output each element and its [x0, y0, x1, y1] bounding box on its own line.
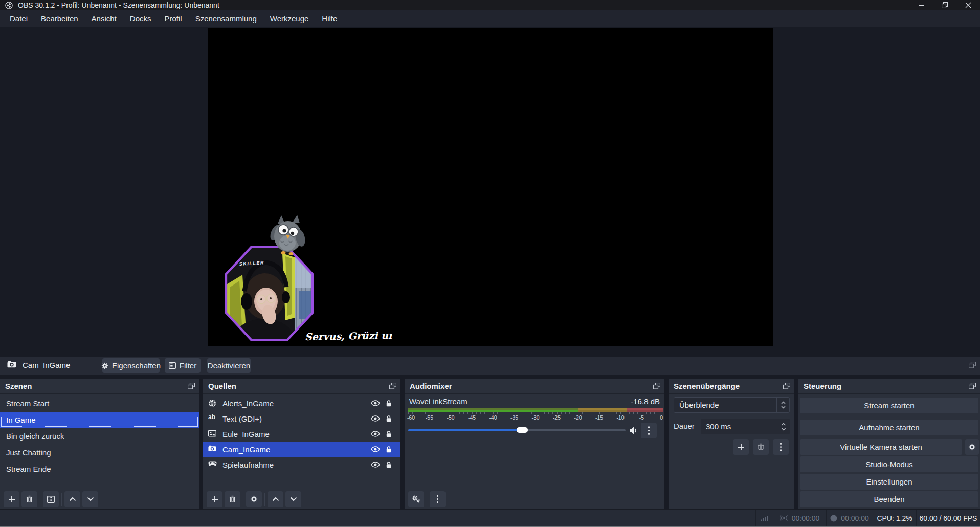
source-row[interactable]: Alerts_InGame	[203, 396, 400, 411]
source-toolbar: Cam_InGame Eigenschaften Filter Deaktivi…	[0, 357, 980, 375]
source-row[interactable]: Eule_InGame	[203, 426, 400, 442]
mixer-menu-button[interactable]	[430, 491, 446, 507]
kebab-menu-icon	[780, 443, 782, 451]
start-recording-button[interactable]: Aufnahme starten	[800, 420, 978, 435]
volume-slider[interactable]	[408, 429, 626, 431]
scene-row-selected[interactable]: In Game	[0, 412, 199, 428]
deactivate-button[interactable]: Deaktivieren	[207, 358, 251, 373]
scene-row[interactable]: Bin gleich zurück	[0, 428, 199, 444]
cpu-usage: CPU: 1.2%	[877, 514, 912, 522]
volume-slider-handle[interactable]	[517, 427, 528, 433]
add-scene-button[interactable]	[4, 491, 19, 507]
move-source-down-button[interactable]	[285, 491, 301, 507]
obs-logo-icon	[5, 2, 13, 9]
duration-spinbox[interactable]: 300 ms	[701, 419, 790, 434]
controls-title: Steuerung	[804, 382, 841, 390]
record-timer-cell: 00:00:00	[826, 510, 873, 526]
popup-icon[interactable]	[389, 383, 396, 389]
exit-button[interactable]: Beenden	[800, 491, 978, 507]
record-icon	[830, 515, 837, 522]
filter-button[interactable]: Filter	[165, 358, 201, 373]
studio-mode-button[interactable]: Studio-Modus	[800, 456, 978, 472]
workspace: SKILLER	[0, 27, 980, 357]
lock-icon[interactable]	[385, 415, 392, 423]
minimize-button[interactable]	[909, 0, 933, 10]
lock-icon[interactable]	[385, 446, 392, 453]
properties-button[interactable]: Eigenschaften	[102, 358, 160, 373]
menu-ansicht[interactable]: Ansicht	[85, 10, 123, 27]
scene-row[interactable]: Stream Start	[0, 396, 199, 411]
title-bar: OBS 30.1.2 - Profil: Unbenannt - Szenens…	[0, 0, 980, 10]
scene-filters-button[interactable]	[43, 491, 59, 507]
eye-icon[interactable]	[371, 462, 380, 468]
remove-source-button[interactable]	[225, 491, 240, 507]
add-source-button[interactable]	[207, 491, 222, 507]
meter-scale: -60 -55 -50 -45 -40 -35 -30 -25 -20 -15 …	[408, 414, 663, 421]
add-transition-button[interactable]	[733, 439, 749, 455]
spin-arrows-icon[interactable]	[777, 423, 790, 431]
transition-properties-button[interactable]	[773, 439, 789, 455]
menu-werkzeuge[interactable]: Werkzeuge	[263, 10, 316, 27]
menu-szenensammlung[interactable]: Szenensammlung	[189, 10, 263, 27]
preview-canvas[interactable]: SKILLER	[208, 28, 773, 346]
lock-icon[interactable]	[385, 430, 392, 438]
mixer-channel-menu-button[interactable]	[641, 423, 657, 438]
gear-icon	[101, 362, 108, 369]
browser-icon	[208, 399, 216, 407]
popup-icon[interactable]	[969, 383, 976, 389]
remove-transition-button[interactable]	[753, 439, 769, 455]
webcam-picture: SKILLER	[223, 244, 315, 345]
close-button[interactable]	[956, 0, 980, 10]
eye-icon[interactable]	[371, 446, 380, 452]
eye-icon[interactable]	[371, 400, 380, 406]
kebab-menu-icon	[648, 426, 650, 435]
game-capture-icon	[208, 460, 217, 467]
popup-icon[interactable]	[653, 383, 660, 389]
audio-mixer-panel: Audiomixer WaveLinkStream -16.8 dB -60	[405, 379, 664, 509]
source-row[interactable]: Spielaufnahme	[203, 457, 400, 473]
speaker-icon[interactable]	[629, 426, 639, 435]
popup-icon[interactable]	[783, 383, 790, 389]
kebab-menu-icon	[437, 495, 439, 503]
stream-time: 00:00:00	[792, 514, 820, 522]
lock-icon[interactable]	[385, 400, 392, 407]
restore-button[interactable]	[933, 0, 956, 10]
start-streaming-button[interactable]: Stream starten	[800, 398, 978, 413]
filter-label: Filter	[180, 361, 196, 370]
start-virtual-camera-button[interactable]: Virtuelle Kamera starten	[800, 439, 962, 455]
selected-source-label: Cam_InGame	[23, 361, 70, 369]
menu-docks[interactable]: Docks	[123, 10, 158, 27]
menu-bearbeiten[interactable]: Bearbeiten	[34, 10, 85, 27]
popup-icon[interactable]	[188, 383, 195, 389]
scene-row[interactable]: Stream Ende	[0, 461, 199, 477]
settings-button[interactable]: Einstellungen	[800, 474, 978, 490]
eye-icon[interactable]	[371, 415, 380, 422]
virtual-camera-config-button[interactable]	[965, 439, 979, 455]
fps-cell: 60.00 / 60.00 FPS	[916, 510, 980, 526]
scene-row[interactable]: Just Chatting	[0, 445, 199, 460]
transitions-panel: Szenenübergänge Überblende Dauer 300 ms	[669, 379, 794, 509]
move-scene-down-button[interactable]	[82, 491, 98, 507]
lock-icon[interactable]	[385, 461, 392, 469]
mixer-channel-name: WaveLinkStream	[409, 397, 467, 406]
remove-scene-button[interactable]	[21, 491, 37, 507]
transitions-title: Szenenübergänge	[674, 382, 740, 390]
transition-value: Überblende	[674, 401, 776, 409]
source-properties-button[interactable]	[246, 491, 262, 507]
transition-select[interactable]: Überblende	[674, 397, 790, 413]
source-row-selected[interactable]: Cam_InGame	[203, 442, 400, 457]
sources-panel: Quellen Alerts_InGame ab Text (GDI+)	[203, 379, 400, 509]
move-scene-up-button[interactable]	[64, 491, 80, 507]
menu-profil[interactable]: Profil	[158, 10, 188, 27]
source-row[interactable]: ab Text (GDI+)	[203, 411, 400, 427]
scenes-title: Szenen	[5, 382, 32, 390]
eye-icon[interactable]	[371, 431, 380, 437]
move-source-up-button[interactable]	[268, 491, 283, 507]
webcam-overlay: SKILLER	[213, 209, 392, 345]
menu-datei[interactable]: Datei	[3, 10, 34, 27]
overlay-caption: Servus, Grüzi und Hallo!	[305, 328, 392, 342]
camera-icon	[208, 445, 216, 452]
advanced-audio-button[interactable]	[408, 491, 424, 507]
menu-hilfe[interactable]: Hilfe	[315, 10, 344, 27]
toolbar-popup-icon[interactable]	[969, 362, 976, 368]
